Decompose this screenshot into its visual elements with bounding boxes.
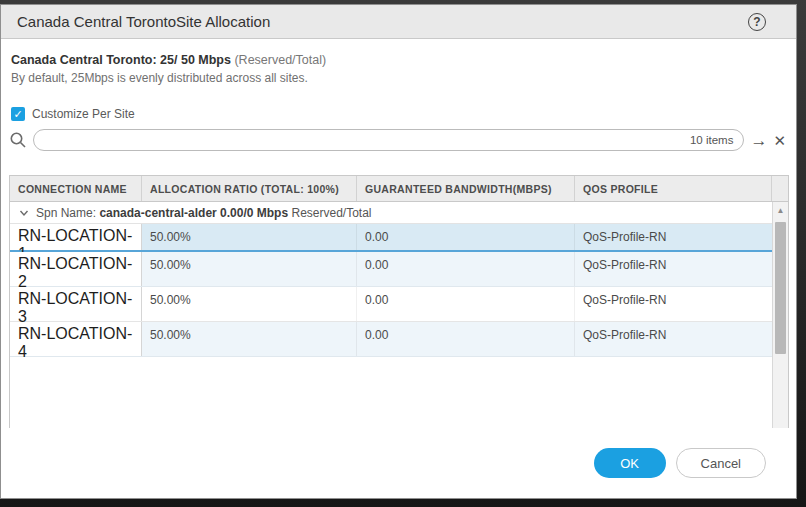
column-header-connection-name: CONNECTION NAME (10, 176, 142, 201)
scrollbar-thumb[interactable] (775, 222, 786, 354)
bandwidth-summary: Canada Central Toronto: 25/ 50 Mbps (Res… (1, 53, 796, 67)
search-input[interactable] (44, 133, 690, 147)
bandwidth-summary-value: Canada Central Toronto: 25/ 50 Mbps (11, 53, 231, 67)
guaranteed-bandwidth-cell[interactable]: 0.00 (357, 252, 575, 286)
help-icon[interactable]: ? (748, 13, 766, 31)
allocation-ratio-cell[interactable]: 50.00% (142, 224, 357, 250)
bandwidth-summary-suffix: (Reserved/Total) (234, 53, 326, 67)
dialog-title: Canada Central TorontoSite Allocation (17, 13, 748, 30)
site-allocation-dialog: Canada Central TorontoSite Allocation ? … (0, 4, 797, 499)
qos-profile-cell[interactable]: QoS-Profile-RN (575, 287, 772, 321)
checkbox-checked-icon[interactable]: ✓ (11, 107, 25, 121)
items-count-badge: 10 items (690, 134, 739, 146)
dialog-footer: OK Cancel (1, 428, 796, 498)
connection-name-cell[interactable]: RN-LOCATION-3 (10, 287, 142, 321)
connection-name-cell[interactable]: RN-LOCATION-1 (10, 224, 142, 250)
column-header-allocation-ratio: ALLOCATION RATIO (TOTAL: 100%) (142, 176, 357, 201)
connection-name-cell[interactable]: RN-LOCATION-4 (10, 322, 142, 356)
column-header-spacer (772, 176, 788, 201)
page-background: Canada Central TorontoSite Allocation ? … (0, 0, 806, 507)
table-header-row: CONNECTION NAME ALLOCATION RATIO (TOTAL:… (10, 176, 788, 202)
customize-per-site-label: Customize Per Site (32, 107, 135, 121)
chevron-down-icon[interactable] (18, 207, 30, 219)
table-body: Spn Name: canada-central-alder 0.00/0 Mb… (10, 202, 772, 448)
ok-button[interactable]: OK (594, 448, 666, 478)
allocation-ratio-cell[interactable]: 50.00% (142, 322, 357, 356)
customize-per-site-checkbox[interactable]: ✓ Customize Per Site (11, 107, 135, 121)
cancel-button[interactable]: Cancel (676, 448, 766, 478)
dialog-body: Canada Central Toronto: 25/ 50 Mbps (Res… (1, 39, 796, 498)
search-bar: 10 items → ✕ (9, 127, 788, 153)
table-row[interactable]: RN-LOCATION-3 50.00% 0.00 QoS-Profile-RN (10, 287, 772, 322)
allocation-ratio-cell[interactable]: 50.00% (142, 252, 357, 286)
spn-group-row[interactable]: Spn Name: canada-central-alder 0.00/0 Mb… (10, 202, 772, 224)
spn-name-and-bandwidth: canada-central-alder 0.00/0 Mbps (99, 206, 288, 220)
guaranteed-bandwidth-cell[interactable]: 0.00 (357, 322, 575, 356)
table-row[interactable]: RN-LOCATION-2 50.00% 0.00 QoS-Profile-RN (10, 252, 772, 287)
connection-name-cell[interactable]: RN-LOCATION-2 (10, 252, 142, 286)
spn-suffix: Reserved/Total (291, 206, 371, 220)
summary-note: By default, 25Mbps is evenly distributed… (1, 67, 796, 85)
allocation-table: CONNECTION NAME ALLOCATION RATIO (TOTAL:… (9, 175, 789, 449)
table-row[interactable]: RN-LOCATION-4 50.00% 0.00 QoS-Profile-RN (10, 322, 772, 357)
qos-profile-cell[interactable]: QoS-Profile-RN (575, 224, 772, 250)
close-icon[interactable]: ✕ (773, 133, 788, 148)
guaranteed-bandwidth-cell[interactable]: 0.00 (357, 224, 575, 250)
vertical-scrollbar[interactable]: ▲ ▼ (772, 202, 788, 448)
column-header-qos-profile: QOS PROFILE (575, 176, 772, 201)
spn-prefix: Spn Name: (36, 206, 96, 220)
arrow-right-icon[interactable]: → (750, 132, 767, 149)
table-row[interactable]: RN-LOCATION-1 50.00% 0.00 QoS-Profile-RN (10, 224, 772, 252)
search-icon (9, 131, 27, 149)
allocation-ratio-cell[interactable]: 50.00% (142, 287, 357, 321)
guaranteed-bandwidth-cell[interactable]: 0.00 (357, 287, 575, 321)
search-field[interactable]: 10 items (33, 129, 744, 151)
qos-profile-cell[interactable]: QoS-Profile-RN (575, 252, 772, 286)
qos-profile-cell[interactable]: QoS-Profile-RN (575, 322, 772, 356)
scroll-up-icon[interactable]: ▲ (773, 204, 788, 218)
spn-group-label: Spn Name: canada-central-alder 0.00/0 Mb… (36, 206, 372, 220)
dialog-titlebar: Canada Central TorontoSite Allocation ? (1, 5, 796, 39)
column-header-guaranteed-bandwidth: GUARANTEED BANDWIDTH(MBPS) (357, 176, 575, 201)
